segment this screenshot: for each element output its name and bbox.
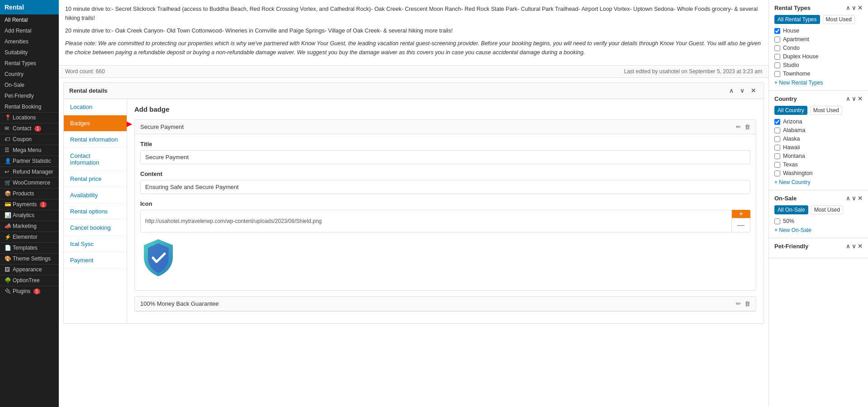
sidebar-item-elementor[interactable]: ⚡Elementor — [0, 232, 59, 242]
checkbox-texas[interactable] — [774, 162, 780, 168]
checkbox-alaska[interactable] — [774, 136, 780, 142]
sidebar-item-optiontree[interactable]: 🌳OptionTree — [0, 275, 59, 286]
checkbox-duplex-house[interactable] — [774, 54, 780, 60]
sidebar-item-products[interactable]: 📦Products — [0, 188, 59, 199]
center-area: 10 minute drive to:- Secret Slickrock Tr… — [59, 0, 768, 407]
sidebar-item-rental-types[interactable]: Rental Types — [0, 58, 59, 69]
country-collapse-x[interactable]: ✕ — [858, 95, 863, 102]
country-collapse-up[interactable]: ∧ — [846, 95, 850, 102]
panel-nav-item-rental-information[interactable]: Rental information — [64, 132, 127, 148]
sidebar-item-pet-friendly[interactable]: Pet-Friendly — [0, 90, 59, 101]
sidebar-item-locations[interactable]: 📍Locations — [0, 112, 59, 123]
panel-nav-item-rental-price[interactable]: Rental price — [64, 171, 127, 187]
checkbox-item: Alaska — [774, 136, 863, 142]
icon-remove-btn[interactable]: — — [732, 218, 750, 232]
sidebar-item-contact[interactable]: ✉Contact 1 — [0, 123, 59, 134]
content-input[interactable] — [140, 180, 750, 194]
title-input[interactable] — [140, 150, 750, 164]
sidebar-item-suitability[interactable]: Suitability — [0, 47, 59, 58]
tab-most-used[interactable]: Most Used — [811, 205, 843, 214]
checkbox-arizona[interactable] — [774, 119, 780, 125]
sidebar-item-amenities[interactable]: Amenities — [0, 36, 59, 47]
new-on-sale-link[interactable]: + New On-Sale — [774, 227, 863, 233]
checkbox-condo[interactable] — [774, 45, 780, 51]
on-sale-items: 50% — [774, 218, 863, 224]
sidebar-top-label[interactable]: Rental — [0, 0, 59, 14]
checkbox-townhome[interactable] — [774, 71, 780, 77]
panel-nav-item-badges[interactable]: Badges — [64, 115, 127, 132]
badge-card-2-edit-icon[interactable]: ✏ — [736, 300, 741, 307]
theme-settings-icon: 🎨 — [5, 256, 11, 262]
tab-most-used[interactable]: Most Used — [823, 15, 855, 24]
checkbox-washington[interactable] — [774, 170, 780, 176]
description-line1: 10 minute drive to:- Secret Slickrock Tr… — [65, 5, 762, 23]
checkbox-house[interactable] — [774, 28, 780, 34]
panel-nav-item-location[interactable]: Location — [64, 99, 127, 115]
sidebar-item-country[interactable]: Country — [0, 69, 59, 80]
badge-card-1-edit-icon[interactable]: ✏ — [736, 123, 741, 130]
panel-nav-item-rental-options[interactable]: Rental options — [64, 204, 127, 220]
rental-types-collapse-x[interactable]: ✕ — [858, 5, 863, 11]
tab-all-rental-types[interactable]: All Rental Types — [774, 15, 820, 24]
checkbox-item: Arizona — [774, 118, 863, 125]
sidebar-item-on-sale[interactable]: On-Sale — [0, 80, 59, 90]
pet-friendly-collapse-down[interactable]: ∨ — [852, 243, 856, 250]
checkbox-montana[interactable] — [774, 153, 780, 159]
analytics-icon: 📊 — [5, 212, 11, 218]
rental-types-collapse-down[interactable]: ∨ — [852, 5, 856, 11]
icon-add-btn[interactable]: + — [732, 210, 750, 218]
tab-all-on-sale[interactable]: All On-Sale — [774, 205, 808, 214]
checkbox-alabama[interactable] — [774, 128, 780, 133]
on-sale-collapse-x[interactable]: ✕ — [858, 195, 863, 202]
panel-nav-item-availability[interactable]: Availability — [64, 187, 127, 204]
panel-header: Rental details ∧ ∨ ✕ — [64, 83, 764, 99]
collapse-down-btn[interactable]: ∨ — [738, 86, 747, 95]
marketing-icon: 📣 — [5, 223, 11, 229]
sidebar-item-plugins[interactable]: 🔌Plugins 5 — [0, 286, 59, 297]
panel-nav-item-payment[interactable]: Payment — [64, 252, 127, 269]
on-sale-header: On-Sale ∧ ∨ ✕ — [774, 195, 863, 202]
sidebar-item-add-rental[interactable]: Add Rental — [0, 25, 59, 36]
badge-card-2-delete-icon[interactable]: 🗑 — [745, 300, 750, 307]
sidebar-item-coupon[interactable]: 🏷Coupon — [0, 134, 59, 145]
checkbox-item: Apartment — [774, 36, 863, 43]
sidebar-item-all-rental[interactable]: All Rental — [0, 14, 59, 25]
checkbox-studio[interactable] — [774, 62, 780, 68]
sidebar-item-woocommerce[interactable]: 🛒WooCommerce — [0, 177, 59, 188]
badge-card-1-delete-icon[interactable]: 🗑 — [745, 123, 750, 130]
checkbox-apartment[interactable] — [774, 37, 780, 43]
new-country-link[interactable]: + New Country — [774, 179, 863, 185]
panel-nav-item-cancel-booking[interactable]: Cancel booking — [64, 220, 127, 236]
sidebar-item-payments[interactable]: 💳Payments 1 — [0, 199, 59, 210]
rental-types-collapse-up[interactable]: ∧ — [846, 5, 850, 11]
panel-nav-item-contact-information[interactable]: Contact information — [64, 148, 127, 171]
sidebar-item-templates[interactable]: 📄Templates — [0, 242, 59, 253]
coupon-icon: 🏷 — [5, 136, 11, 142]
sidebar-item-marketing[interactable]: 📣Marketing — [0, 221, 59, 232]
refund-manager-icon: ↩ — [5, 169, 11, 175]
on-sale-collapse-up[interactable]: ∧ — [846, 195, 850, 202]
icon-url-input[interactable] — [140, 210, 732, 232]
sidebar-item-analytics[interactable]: 📊Analytics — [0, 210, 59, 221]
sidebar-item-theme-settings[interactable]: 🎨Theme Settings — [0, 253, 59, 264]
country-collapse-down[interactable]: ∨ — [852, 95, 856, 102]
checkbox-50%[interactable] — [774, 218, 780, 224]
collapse-x-btn[interactable]: ✕ — [749, 86, 758, 95]
sidebar-item-appearance[interactable]: 🖼Appearance — [0, 264, 59, 275]
tab-all-country[interactable]: All Country — [774, 106, 807, 115]
pet-friendly-collapse-up[interactable]: ∧ — [846, 243, 850, 250]
checkbox-hawaii[interactable] — [774, 145, 780, 151]
contact-badge: 1 — [34, 126, 42, 132]
sidebar-item-refund-manager[interactable]: ↩Refund Manager — [0, 166, 59, 177]
sidebar-item-partner-statistic[interactable]: 👤Partner Statistic — [0, 156, 59, 166]
tab-most-used[interactable]: Most Used — [810, 106, 842, 115]
right-sidebar: Rental Types ∧ ∨ ✕ All Rental TypesMost … — [768, 0, 868, 407]
on-sale-collapse-down[interactable]: ∨ — [852, 195, 856, 202]
sidebar-item-mega-menu[interactable]: ☰Mega Menu — [0, 145, 59, 156]
collapse-up-btn[interactable]: ∧ — [727, 86, 736, 95]
new-rental-types-link[interactable]: + New Rental Types — [774, 80, 863, 86]
checkbox-label-condo: Condo — [783, 45, 800, 51]
panel-nav-item-ical-sysc[interactable]: Ical Sysc — [64, 236, 127, 252]
pet-friendly-collapse-x[interactable]: ✕ — [858, 243, 863, 250]
sidebar-item-rental-booking[interactable]: Rental Booking — [0, 101, 59, 112]
